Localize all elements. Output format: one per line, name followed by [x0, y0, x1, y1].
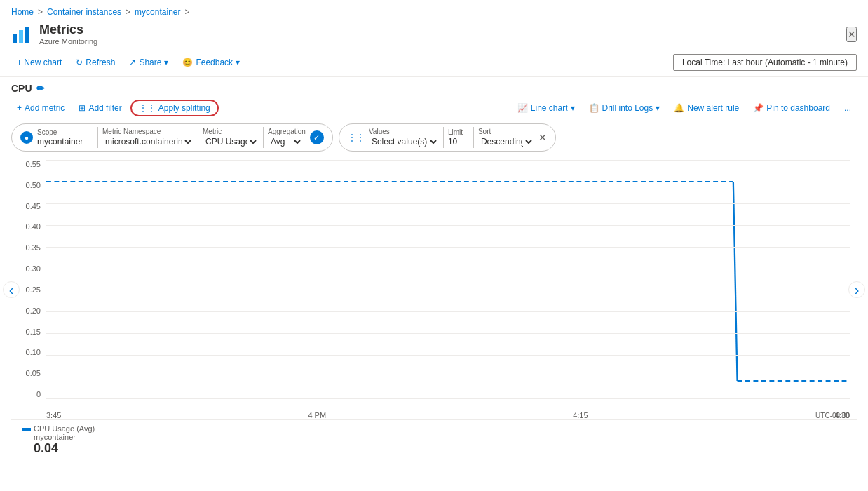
y-label-030: 0.30: [26, 264, 41, 273]
refresh-button[interactable]: ↻ Refresh: [70, 55, 121, 70]
chart-controls-left: + Add metric ⊞ Add filter ⋮⋮ Apply split…: [11, 100, 219, 116]
x-label-345: 3:45: [46, 411, 61, 419]
metric-field: Metric CPU Usage: [203, 128, 259, 147]
edit-title-icon[interactable]: ✏: [36, 83, 45, 94]
svg-rect-2: [25, 27, 29, 43]
aggregation-select[interactable]: Avg: [268, 136, 303, 147]
share-chevron-icon: ▾: [164, 58, 168, 67]
time-range-button[interactable]: Local Time: Last hour (Automatic - 1 min…: [673, 54, 857, 71]
toolbar-right: Local Time: Last hour (Automatic - 1 min…: [673, 54, 857, 71]
header: Metrics Azure Monitoring ×: [0, 20, 868, 51]
feedback-chevron-icon: ▾: [236, 58, 240, 67]
legend-container-name: mycontainer: [34, 433, 95, 441]
metric-select[interactable]: CPU Usage: [203, 136, 259, 147]
aggregation-label: Aggregation: [268, 128, 306, 135]
breadcrumb-home[interactable]: Home: [11, 7, 34, 17]
drill-logs-icon: 📋: [589, 103, 599, 113]
pin-to-dashboard-button[interactable]: 📌 Pin to dashboard: [747, 100, 836, 116]
y-label-045: 0.45: [26, 202, 41, 210]
y-axis: 0.55 0.50 0.45 0.40 0.35 0.30 0.25 0.20 …: [11, 160, 45, 398]
line-chart-chevron-icon: ▾: [571, 103, 575, 113]
scope-input[interactable]: [37, 137, 93, 147]
line-chart-button[interactable]: 📈 Line chart ▾: [512, 100, 581, 116]
splitting-values-select[interactable]: Select value(s): [369, 136, 439, 147]
y-label-025: 0.25: [26, 285, 41, 294]
add-filter-icon: ⊞: [79, 103, 86, 113]
apply-splitting-button[interactable]: ⋮⋮ Apply splitting: [130, 100, 219, 116]
more-options-icon: ...: [844, 103, 851, 113]
header-left: Metrics Azure Monitoring: [11, 22, 97, 46]
metric-pill: ● Scope Metric Namespace microsoft.conta…: [11, 123, 333, 152]
chart-canvas: [46, 160, 850, 398]
y-label-005: 0.05: [26, 369, 41, 377]
x-label-4pm: 4 PM: [308, 411, 326, 419]
chart-section: CPU ✏ + Add metric ⊞ Add filter ⋮⋮ Apply…: [0, 77, 868, 466]
breadcrumb-container-instances[interactable]: Container instances: [47, 7, 121, 17]
svg-rect-1: [19, 30, 23, 43]
grid-lines: [46, 160, 850, 398]
chart-wrapper: ‹ 0.55 0.50 0.45 0.40 0.35 0.30 0.25 0.2…: [11, 160, 857, 419]
chart-controls: + Add metric ⊞ Add filter ⋮⋮ Apply split…: [11, 100, 857, 116]
y-label-020: 0.20: [26, 307, 41, 315]
y-label-055: 0.55: [26, 160, 41, 168]
namespace-field: Metric Namespace microsoft.containerinst…: [102, 128, 194, 147]
close-button[interactable]: ×: [846, 27, 857, 42]
share-icon: ↗: [129, 58, 136, 67]
refresh-icon: ↻: [76, 58, 83, 67]
chart-title-row: CPU ✏: [11, 83, 857, 94]
chart-controls-right: 📈 Line chart ▾ 📋 Drill into Logs ▾ 🔔 New…: [512, 100, 857, 116]
new-chart-button[interactable]: + New chart: [11, 55, 67, 70]
add-metric-button[interactable]: + Add metric: [11, 100, 70, 116]
app-title: Metrics: [39, 22, 97, 37]
app-subtitle: Azure Monitoring: [39, 37, 97, 46]
feedback-button[interactable]: 😊 Feedback ▾: [177, 55, 245, 70]
breadcrumb-sep2: >: [126, 7, 130, 17]
splitting-values-label: Values: [369, 128, 439, 135]
app-title-group: Metrics Azure Monitoring: [39, 22, 97, 46]
breadcrumb: Home > Container instances > mycontainer…: [0, 0, 868, 20]
utc-label: UTC-08:00: [815, 412, 850, 419]
metric-row: ● Scope Metric Namespace microsoft.conta…: [11, 123, 857, 152]
metric-label: Metric: [203, 128, 259, 135]
add-metric-icon: +: [17, 103, 22, 113]
namespace-select[interactable]: microsoft.containerinst...: [102, 136, 194, 147]
x-axis: 3:45 4 PM 4:15 4:30: [46, 411, 850, 419]
remove-splitting-button[interactable]: ✕: [538, 132, 547, 143]
breadcrumb-sep1: >: [38, 7, 43, 17]
scope-dot: ●: [20, 131, 33, 144]
breadcrumb-mycontainer[interactable]: mycontainer: [135, 7, 180, 17]
y-label-010: 0.10: [26, 348, 41, 356]
chart-legend: CPU Usage (Avg) mycontainer 0.04: [11, 419, 857, 460]
feedback-icon: 😊: [182, 58, 193, 67]
legend-info: CPU Usage (Avg) mycontainer 0.04: [34, 424, 95, 456]
splitting-pill: ⋮⋮ Values Select value(s) Limit Sort Des…: [339, 123, 556, 152]
confirm-metric-button[interactable]: ✓: [310, 130, 324, 144]
x-label-415: 4:15: [573, 411, 588, 419]
chart-nav-right[interactable]: ›: [848, 281, 865, 298]
splitting-values-field: Values Select value(s): [369, 128, 439, 147]
new-alert-rule-button[interactable]: 🔔 New alert rule: [668, 100, 745, 116]
splitting-icon: ⋮⋮: [139, 103, 156, 113]
alert-icon: 🔔: [674, 103, 684, 113]
legend-value: 0.04: [34, 441, 95, 456]
legend-metric-name: CPU Usage (Avg): [34, 424, 95, 433]
drill-logs-chevron-icon: ▾: [656, 103, 660, 113]
y-label-015: 0.15: [26, 328, 41, 336]
y-label-050: 0.50: [26, 181, 41, 189]
svg-rect-0: [13, 34, 17, 43]
splitting-limit-label: Limit: [448, 128, 469, 136]
splitting-values-icon: ⋮⋮: [348, 133, 365, 142]
add-filter-button[interactable]: ⊞ Add filter: [73, 100, 127, 116]
chart-nav-left[interactable]: ‹: [3, 281, 20, 298]
splitting-sort-label: Sort: [478, 128, 534, 135]
chart-title-text: CPU: [11, 83, 32, 94]
drill-into-logs-button[interactable]: 📋 Drill into Logs ▾: [583, 100, 666, 116]
splitting-limit-input[interactable]: [448, 137, 469, 147]
line-chart-icon: 📈: [517, 103, 528, 113]
chart-area: 0.55 0.50 0.45 0.40 0.35 0.30 0.25 0.20 …: [11, 160, 857, 419]
splitting-sort-select[interactable]: Descending: [478, 136, 534, 147]
share-button[interactable]: ↗ Share ▾: [123, 55, 174, 70]
breadcrumb-sep3: >: [184, 7, 189, 17]
more-options-button[interactable]: ...: [839, 100, 857, 116]
toolbar: + New chart ↻ Refresh ↗ Share ▾ 😊 Feedba…: [0, 51, 868, 77]
